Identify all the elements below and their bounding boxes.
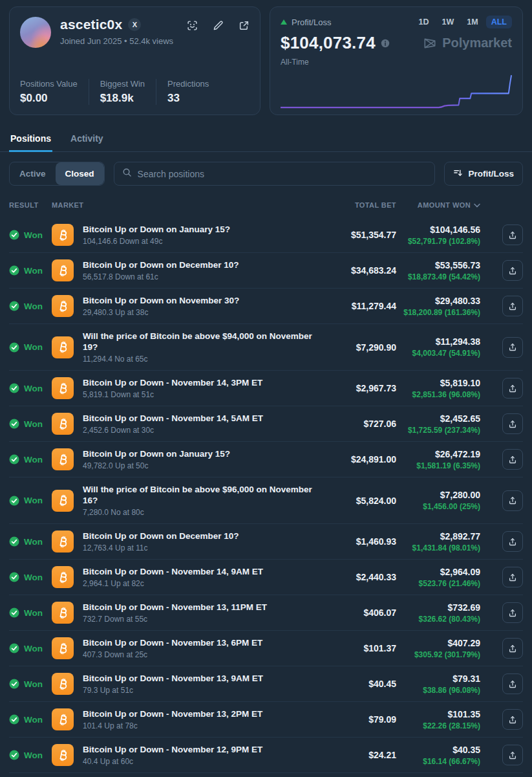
share-button[interactable] [502,337,523,358]
edit-pencil-icon[interactable] [213,20,224,34]
top-section: ascetic0x X Joined Jun 2025 • 52.4k view… [0,0,532,115]
market-title: Bitcoin Up or Down on November 30? [83,295,319,306]
range-1m[interactable]: 1M [462,16,483,28]
bitcoin-icon [52,602,74,624]
result-label: Won [24,455,43,465]
share-button[interactable] [502,709,523,730]
polymarket-logo-icon [423,37,437,50]
position-row[interactable]: Won Bitcoin Up or Down - November 14, 3P… [9,370,523,406]
market-title: Bitcoin Up or Down - November 13, 2PM ET [83,708,319,719]
result-label: Won [24,384,43,393]
market-cell: Bitcoin Up or Down - November 13, 6PM ET… [83,637,319,659]
position-row[interactable]: Won Will the price of Bitcoin be above $… [9,477,523,523]
share-button[interactable] [502,224,523,245]
share-button[interactable] [502,673,523,694]
position-row[interactable]: Won Bitcoin Up or Down on January 15? 49… [9,441,523,477]
result-label: Won [24,573,43,582]
share-button[interactable] [502,413,523,434]
share-button[interactable] [502,260,523,281]
external-link-icon[interactable] [239,20,250,34]
amount-won-value: $5,819.10 [440,378,480,388]
position-row[interactable]: Won Bitcoin Up or Down on November 30? 2… [9,288,523,323]
total-bet-value: $24,891.00 [319,454,396,465]
share-upload-icon [508,455,517,465]
bitcoin-icon [52,336,74,358]
toggle-closed[interactable]: Closed [56,162,104,185]
share-button[interactable] [502,449,523,470]
bitcoin-icon [52,744,74,766]
sort-profit-loss-button[interactable]: Profit/Loss [444,162,523,186]
search-input[interactable] [138,169,427,179]
share-button[interactable] [502,378,523,399]
share-button[interactable] [502,531,523,552]
position-row[interactable]: Won Bitcoin Up or Down - November 12, 3P… [9,772,523,777]
share-button[interactable] [502,296,523,316]
won-check-icon [9,383,19,393]
info-icon[interactable] [381,39,390,48]
pnl-label: Profit/Loss [292,17,331,27]
position-row[interactable]: Won Bitcoin Up or Down on December 10? 1… [9,523,523,559]
share-button[interactable] [502,638,523,659]
profit-value: $18,200.89 (161.36%) [403,308,480,317]
position-row[interactable]: Won Bitcoin Up or Down - November 13, 11… [9,595,523,630]
bitcoin-icon [52,490,74,512]
amount-won-value: $104,146.56 [430,224,480,235]
x-social-badge[interactable]: X [128,18,141,31]
result-label: Won [24,750,43,760]
header-total-bet: TOTAL BET [319,201,396,209]
total-bet-value: $7,290.90 [319,342,396,353]
result-label: Won [24,644,43,653]
amount-won-cell: $29,480.33 $18,200.89 (161.36%) [396,296,480,317]
pnl-period: All-Time [281,58,512,67]
amount-won-value: $29,480.33 [435,296,480,306]
position-row[interactable]: Won Bitcoin Up or Down - November 13, 9A… [9,666,523,701]
profit-value: $1,581.19 (6.35%) [416,461,480,470]
share-button[interactable] [502,745,523,765]
position-row[interactable]: Won Bitcoin Up or Down - November 14, 5A… [9,406,523,441]
share-button[interactable] [502,567,523,587]
result-label: Won [24,230,43,240]
header-amount-won[interactable]: AMOUNT WON [396,201,480,209]
range-1w[interactable]: 1W [437,16,460,28]
amount-won-cell: $79.31 $38.86 (96.08%) [396,673,480,695]
result-label: Won [24,608,43,618]
market-cell: Bitcoin Up or Down - November 14, 9AM ET… [83,566,319,588]
result-cell: Won [9,496,52,506]
amount-won-value: $40.35 [452,745,480,755]
share-button[interactable] [502,602,523,623]
position-row[interactable]: Won Bitcoin Up or Down - November 12, 9P… [9,737,523,772]
market-subtitle: 56,517.8 Down at 61c [83,272,319,281]
position-row[interactable]: Won Bitcoin Up or Down - November 13, 6P… [9,630,523,666]
share-button[interactable] [502,490,523,511]
toggle-active[interactable]: Active [10,162,56,185]
tab-activity[interactable]: Activity [69,129,105,152]
amount-won-cell: $40.35 $16.14 (66.67%) [396,745,480,766]
market-title: Bitcoin Up or Down on December 10? [83,259,319,270]
market-title: Bitcoin Up or Down - November 12, 9PM ET [83,744,319,755]
bitcoin-icon [52,566,74,588]
won-check-icon [9,301,19,311]
range-1d[interactable]: 1D [414,16,434,28]
amount-won-cell: $2,452.65 $1,725.59 (237.34%) [396,413,480,435]
market-subtitle: 29,480.3 Up at 38c [83,308,319,317]
range-all[interactable]: ALL [486,16,512,28]
result-label: Won [24,301,43,311]
avatar [20,17,51,48]
won-check-icon [9,643,19,653]
position-row[interactable]: Won Bitcoin Up or Down on January 15? 10… [9,217,523,252]
result-cell: Won [9,750,52,760]
position-row[interactable]: Won Bitcoin Up or Down - November 13, 2P… [9,701,523,737]
pnl-sparkline-chart [281,72,513,109]
position-row[interactable]: Won Will the price of Bitcoin be above $… [9,323,523,370]
position-row[interactable]: Won Bitcoin Up or Down - November 14, 9A… [9,559,523,595]
x-logo-icon: X [133,21,137,28]
bitcoin-icon [52,377,74,399]
amount-won-cell: $7,280.00 $1,456.00 (25%) [396,490,480,511]
pnl-card: Profit/Loss 1D 1W 1M ALL $104,073.74 [270,6,523,115]
market-cell: Bitcoin Up or Down on December 10? 12,76… [83,531,319,553]
result-cell: Won [9,572,52,582]
position-row[interactable]: Won Bitcoin Up or Down on December 10? 5… [9,252,523,288]
total-bet-value: $2,967.73 [319,383,396,393]
tab-positions[interactable]: Positions [9,129,52,152]
face-scan-icon[interactable] [187,20,198,34]
